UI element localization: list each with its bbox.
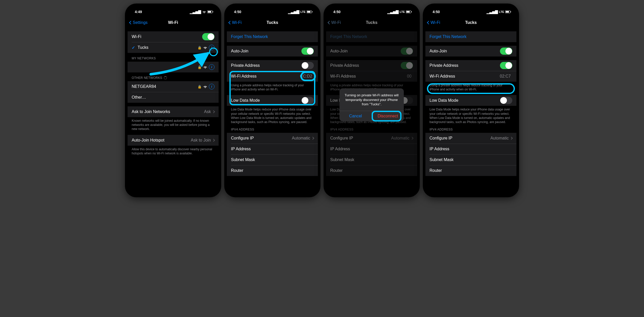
back-button[interactable]: Settings [130, 20, 148, 25]
low-data-mode-row[interactable]: Low Data Mode [425, 95, 516, 106]
other-network-row[interactable]: NETGEAR84 🔒 i [128, 81, 219, 92]
network-label: LTE [400, 10, 405, 13]
wifi-address-row: Wi-Fi Address CC:D2 [227, 71, 318, 82]
wifi-toggle-label: Wi-Fi [132, 34, 202, 39]
private-address-row[interactable]: Private Address [425, 60, 516, 71]
chevron-right-icon [510, 137, 513, 139]
forget-network-button: Forget This Network [326, 31, 417, 42]
forget-network-button[interactable]: Forget This Network [425, 31, 516, 42]
configure-ip-row[interactable]: Configure IP Automatic [425, 133, 516, 144]
notch [153, 4, 194, 10]
svg-rect-1 [213, 11, 213, 12]
chevron-left-icon [228, 21, 232, 24]
alert-message: Turning on private Wi-Fi address will te… [339, 88, 404, 111]
auto-join-toggle[interactable] [500, 48, 512, 55]
connected-network-row[interactable]: ✓ Tucks 🔒 i [128, 42, 219, 53]
wifi-status-icon [202, 10, 206, 13]
info-icon[interactable]: i [209, 64, 214, 70]
nav-bar: Wi-Fi Tucks [227, 17, 318, 28]
private-address-row: Private Address [326, 60, 417, 71]
chevron-left-icon [328, 21, 331, 24]
wifi-address-row: Wi-Fi Address 02:C7 [425, 71, 516, 82]
chevron-left-icon [129, 21, 133, 24]
svg-rect-8 [406, 11, 410, 13]
private-address-footer: Using a private address helps reduce tra… [227, 82, 318, 91]
lock-icon: 🔒 [198, 85, 202, 89]
signal-icon: ▁▃▅▇ [190, 10, 201, 14]
spinner-icon [164, 76, 167, 79]
my-networks-header: MY NETWORKS [128, 57, 219, 62]
nav-title: Tucks [266, 20, 278, 25]
chevron-left-icon [427, 21, 431, 24]
low-data-mode-footer: Low Data Mode helps reduce your iPhone d… [227, 106, 318, 124]
wifi-address-row: Wi-Fi Address 00 [326, 71, 417, 82]
low-data-mode-row[interactable]: Low Data Mode [227, 95, 318, 106]
battery-icon [207, 10, 213, 13]
status-time: 4:50 [234, 10, 241, 14]
back-button[interactable]: Wi-Fi [427, 20, 440, 25]
svg-rect-10 [511, 11, 511, 12]
signal-icon: ▁▃▅▇ [487, 10, 498, 14]
private-address-toggle[interactable] [500, 62, 512, 69]
svg-rect-5 [307, 11, 310, 13]
battery-icon [505, 10, 511, 13]
status-time: 4:49 [135, 10, 142, 14]
auto-join-row[interactable]: Auto-Join [227, 46, 318, 57]
svg-rect-2 [208, 11, 211, 13]
back-button: Wi-Fi [328, 20, 341, 25]
svg-rect-7 [411, 11, 412, 12]
low-data-mode-toggle[interactable] [500, 97, 512, 104]
auto-join-hotspot-footer: Allow this device to automatically disco… [128, 146, 219, 155]
svg-rect-11 [506, 11, 509, 13]
notch [351, 4, 392, 10]
configure-ip-row[interactable]: Configure IP Automatic [227, 133, 318, 144]
low-data-mode-toggle[interactable] [301, 97, 314, 104]
network-label: LTE [300, 10, 306, 13]
subnet-mask-row: Subnet Mask [227, 154, 318, 165]
wifi-signal-icon [203, 85, 207, 88]
info-icon[interactable]: i [209, 84, 214, 89]
forget-network-button[interactable]: Forget This Network [227, 31, 318, 42]
chevron-right-icon [311, 137, 314, 139]
nav-bar: Wi-Fi Tucks [425, 17, 516, 28]
ip-address-row: IP Address [425, 144, 516, 154]
other-network-row[interactable]: Other… [128, 92, 219, 103]
wifi-toggle[interactable] [202, 33, 214, 40]
network-label: LTE [499, 10, 504, 13]
router-row: Router [425, 165, 516, 176]
phone-2: 4:50 ▁▃▅▇ LTE Wi-Fi Tucks Forget This Ne… [224, 4, 320, 197]
ask-to-join-row[interactable]: Ask to Join Networks Ask [128, 106, 219, 117]
ipv4-header: IPV4 ADDRESS [227, 128, 318, 133]
phone-1: 4:49 ▁▃▅▇ Settings Wi-Fi Wi-Fi ✓ [125, 4, 221, 197]
private-address-toggle[interactable] [301, 62, 314, 69]
wifi-signal-icon [203, 66, 207, 69]
signal-icon: ▁▃▅▇ [288, 10, 299, 14]
connected-network-name: Tucks [138, 45, 198, 50]
wifi-toggle-row[interactable]: Wi-Fi [128, 31, 219, 42]
ip-address-row: IP Address [227, 144, 318, 154]
battery-icon [406, 10, 412, 13]
alert-cancel-button[interactable]: Cancel [339, 111, 372, 121]
auto-join-toggle[interactable] [301, 48, 314, 55]
info-icon[interactable]: i [209, 45, 214, 50]
battery-icon [307, 10, 313, 13]
chevron-right-icon [212, 110, 215, 113]
notch [450, 4, 491, 10]
ask-to-join-footer: Known networks will be joined automatica… [128, 117, 219, 131]
auto-join-row[interactable]: Auto-Join [425, 46, 516, 57]
back-button[interactable]: Wi-Fi [229, 20, 242, 25]
private-address-footer: Using a private address helps reduce tra… [425, 82, 516, 91]
auto-join-hotspot-row[interactable]: Auto-Join Hotspot Ask to Join [128, 135, 219, 146]
private-address-toggle [401, 62, 413, 69]
checkmark-icon: ✓ [132, 45, 135, 50]
my-network-placeholder-row[interactable]: 🔒 i [128, 62, 219, 72]
alert-dialog: Turning on private Wi-Fi address will te… [339, 88, 404, 121]
alert-disconnect-button[interactable]: Disconnect [372, 111, 404, 121]
private-address-row[interactable]: Private Address [227, 60, 318, 71]
auto-join-toggle [401, 48, 413, 55]
nav-title: Tucks [465, 20, 477, 25]
signal-icon: ▁▃▅▇ [387, 10, 399, 14]
svg-rect-4 [312, 11, 312, 12]
status-time: 4:50 [333, 10, 341, 14]
chevron-right-icon [212, 139, 215, 142]
